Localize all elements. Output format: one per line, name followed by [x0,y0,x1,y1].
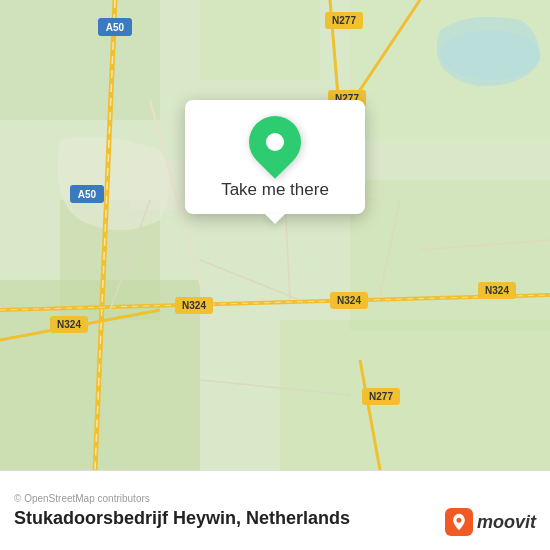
footer: © OpenStreetMap contributors Stukadoorsb… [0,470,550,550]
svg-text:N324: N324 [57,319,81,330]
location-pin-icon [238,105,312,179]
svg-rect-5 [350,180,550,330]
app: A50 N277 N277 N277 N324 N324 N324 N324 [0,0,550,550]
svg-rect-9 [130,160,190,210]
svg-rect-8 [350,0,550,140]
moovit-logo: moovit [445,508,536,536]
map-svg: A50 N277 N277 N277 N324 N324 N324 N324 [0,0,550,470]
svg-text:N324: N324 [337,295,361,306]
svg-text:N277: N277 [369,391,393,402]
svg-text:N277: N277 [332,15,356,26]
svg-rect-7 [280,320,550,470]
moovit-icon [445,508,473,536]
take-me-there-button[interactable]: Take me there [221,180,329,200]
map-attribution: © OpenStreetMap contributors [14,493,536,504]
svg-rect-3 [200,0,320,80]
popup-card[interactable]: Take me there [185,100,365,214]
moovit-text: moovit [477,512,536,533]
svg-text:A50: A50 [78,189,97,200]
svg-text:N324: N324 [182,300,206,311]
svg-rect-2 [0,0,160,120]
svg-text:A50: A50 [106,22,125,33]
svg-text:N324: N324 [485,285,509,296]
map-container: A50 N277 N277 N277 N324 N324 N324 N324 [0,0,550,470]
